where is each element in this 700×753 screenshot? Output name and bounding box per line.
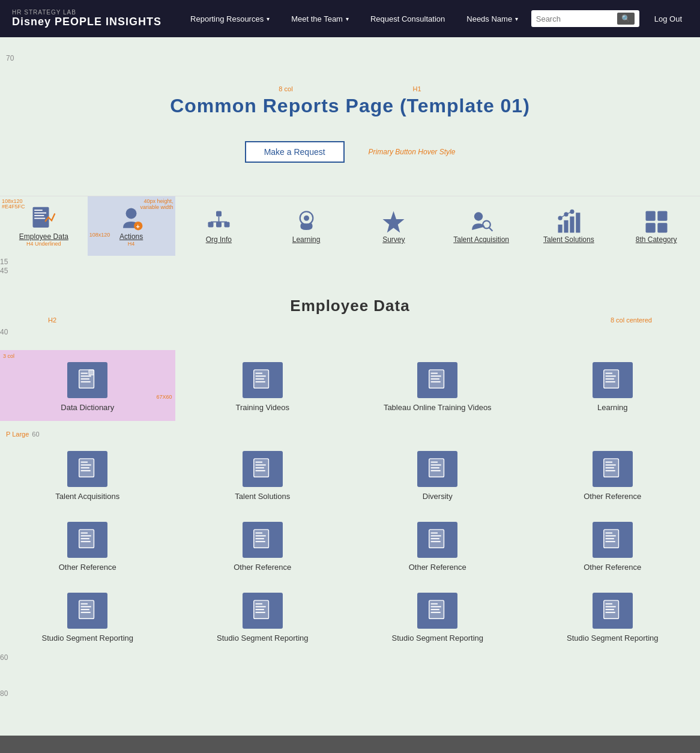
guide-label-70: 70 [6,54,24,62]
doc-icon-8 [601,458,624,480]
card-diversity[interactable]: Diversity [350,439,525,510]
doc-icon-16 [601,599,624,622]
search-input[interactable] [536,14,614,23]
search-button[interactable]: 🔍 [617,13,635,25]
card-label-studio-2: Studio Segment Reporting [217,634,308,643]
card-label-studio-4: Studio Segment Reporting [567,634,658,643]
spacer-25 [0,120,700,135]
card-studio-3[interactable]: Studio Segment Reporting [350,581,525,652]
col-centered-label: 8 col centered [611,316,652,324]
card-talent-solutions[interactable]: Talent Solutions [175,439,351,510]
card-other-ref-2[interactable]: Other Reference [0,510,175,581]
hr-lab-label: HR STRATEGY LAB [12,9,161,16]
svg-rect-23 [576,213,580,232]
icon-nav-org-info[interactable]: Org Info [175,196,263,256]
nav-reporting-resources[interactable]: Reporting Resources ▾ [180,0,280,37]
svg-rect-102 [256,609,264,610]
card-other-ref-5[interactable]: Other Reference [525,510,701,581]
card-grid-row2: Talent Acquisitions Talent Solutions Div… [0,439,700,510]
svg-rect-88 [430,541,440,542]
svg-rect-50 [606,373,612,374]
svg-rect-37 [80,381,90,383]
other-ref-icon-box-4 [417,522,457,558]
nav-request-consultation[interactable]: Request Consultation [360,0,456,37]
card-label-talent-acquisitions: Talent Acquisitions [55,492,119,501]
doc-icon-7 [426,458,449,480]
document-icon-2 [251,369,274,392]
icon-nav-talent-solutions[interactable]: Talent Solutions [525,196,613,256]
card-studio-4[interactable]: Studio Segment Reporting [525,581,701,652]
spacer-60: 60 [0,652,700,688]
data-dictionary-icon-box [67,362,107,398]
svg-rect-30 [657,211,667,221]
svg-rect-36 [80,378,89,380]
card-label-tableau-training: Tableau Online Training Videos [384,403,492,412]
spacer-15: 15 [0,256,700,265]
card-learning[interactable]: Learning [525,350,701,421]
svg-rect-20 [558,225,562,233]
svg-rect-112 [606,609,614,610]
svg-rect-85 [430,533,437,534]
card-training-videos[interactable]: Training Videos [175,350,351,421]
icon-label-8th-category: 8th Category [636,235,677,244]
icon-nav-learning[interactable]: Learning [262,196,350,256]
col-3-note: 3 col [3,353,14,359]
card-other-ref-1[interactable]: Other Reference [525,439,701,510]
p-large-row: P Large 60 [0,421,700,439]
svg-rect-63 [256,470,265,471]
icon-label-org-info: Org Info [206,235,232,244]
svg-rect-58 [80,470,90,471]
svg-rect-95 [80,603,87,605]
spacer-80: 80 [0,688,700,736]
svg-rect-96 [80,606,91,607]
card-label-talent-solutions: Talent Solutions [235,492,290,501]
nav-needs-name[interactable]: Needs Name ▾ [456,0,529,37]
h2-label: H2 [48,316,56,324]
svg-rect-9 [208,222,213,228]
svg-rect-4 [35,218,46,219]
nav-meet-the-team[interactable]: Meet the Team ▾ [280,0,360,37]
icon-nav-survey[interactable]: Survey [350,196,438,256]
card-other-ref-4[interactable]: Other Reference [350,510,525,581]
employee-data-title: Employee Data [0,297,700,315]
other-ref-icon-box-2 [67,522,107,558]
doc-icon-11 [426,528,449,551]
card-label-studio-3: Studio Segment Reporting [392,634,483,643]
card-label-other-ref-4: Other Reference [409,563,466,572]
svg-rect-111 [606,606,616,607]
doc-icon-9 [76,528,99,551]
employee-data-icon [30,205,57,232]
svg-rect-55 [80,462,87,463]
svg-rect-22 [570,217,574,233]
icon-navigation: 108x120 #E4F5FC Employee Data H4 Underli… [0,196,700,256]
card-studio-2[interactable]: Studio Segment Reporting [175,581,351,652]
talent-acq-icon-box [67,451,107,487]
other-ref-icon-box-5 [593,522,633,558]
doc-icon-10 [251,528,274,551]
icon-nav-talent-acquisition[interactable]: Talent Acquisition [438,196,525,256]
icon-nav-actions[interactable]: 40px height,variable width 108x120 + Act… [88,196,175,256]
studio-icon-box-1 [67,593,107,629]
spacer-40: 40 [0,326,700,350]
card-label-learning: Learning [597,403,628,412]
card-tableau-training[interactable]: Tableau Online Training Videos [350,350,525,421]
svg-rect-51 [606,375,616,376]
card-other-ref-3[interactable]: Other Reference [175,510,351,581]
svg-rect-41 [256,375,266,376]
document-icon-3 [426,369,449,392]
logout-button[interactable]: Log Out [648,14,688,23]
svg-point-16 [304,216,309,221]
svg-rect-52 [606,378,614,380]
svg-rect-32 [657,223,667,232]
card-talent-acquisitions[interactable]: Talent Acquisitions [0,439,175,510]
svg-rect-34 [80,373,87,374]
make-request-button[interactable]: Make a Request [245,141,345,163]
svg-point-5 [126,208,137,219]
card-studio-1[interactable]: Studio Segment Reporting [0,581,175,652]
svg-point-26 [570,210,574,214]
icon-nav-employee-data[interactable]: 108x120 #E4F5FC Employee Data H4 Underli… [0,196,88,256]
icon-nav-8th-category[interactable]: 8th Category [612,196,700,256]
doc-icon-6 [251,458,274,480]
card-data-dictionary[interactable]: 3 col 67X60 Data Dictionary [0,350,175,421]
svg-rect-91 [606,535,616,536]
